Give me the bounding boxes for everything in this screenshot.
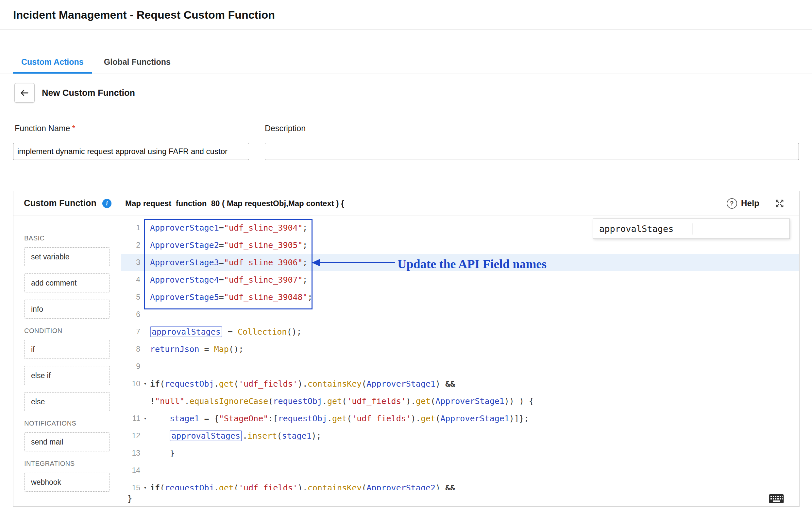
code-text: if(requestObj.get('udf_fields').contains… <box>150 375 455 393</box>
line-number: 2 <box>121 236 140 254</box>
line-number: 11 <box>121 410 140 427</box>
function-name-input[interactable] <box>13 143 249 160</box>
keyboard-icon[interactable] <box>768 493 784 504</box>
line-number: 7 <box>121 323 140 340</box>
line-number: 9 <box>121 358 140 375</box>
snippet-button-info[interactable]: info <box>24 300 110 319</box>
code-text: returnJson = Map(); <box>150 340 244 358</box>
description-label: Description <box>265 124 306 133</box>
page-title: Incident Management - Request Custom Fun… <box>13 8 275 21</box>
code-text: approvalStages = Collection(); <box>150 323 302 340</box>
gutter: 4 <box>121 271 150 288</box>
gutter: 5 <box>121 288 150 306</box>
sidebar-section-label: CONDITION <box>24 327 121 335</box>
panel-title: Custom Function <box>24 198 97 208</box>
code-line[interactable]: 2ApproverStage2="udf_sline_3905"; <box>121 236 799 254</box>
snippet-button-if[interactable]: if <box>24 340 110 359</box>
sidebar-section: BASICset variableadd commentinfo <box>24 234 121 319</box>
help-button[interactable]: Help <box>727 198 759 209</box>
closing-brace: } <box>127 493 132 503</box>
line-number: 10 <box>121 375 140 393</box>
snippet-button-set-variable[interactable]: set variable <box>24 247 110 266</box>
code-line[interactable]: 10▾if(requestObj.get('udf_fields').conta… <box>121 375 799 393</box>
code-text: ApproverStage4="udf_sline_3907"; <box>150 271 308 288</box>
code-line[interactable]: 14 <box>121 462 799 479</box>
expand-icon <box>774 198 785 209</box>
fold-caret-placeholder <box>140 271 150 288</box>
snippet-button-else-if[interactable]: else if <box>24 366 110 385</box>
info-icon[interactable] <box>102 199 112 208</box>
code-line[interactable]: 7approvalStages = Collection(); <box>121 323 799 340</box>
panel-body: BASICset variableadd commentinfoCONDITIO… <box>13 216 799 506</box>
fold-caret-placeholder <box>140 358 150 375</box>
function-name-label: Function Name* <box>15 124 75 133</box>
snippet-button-else[interactable]: else <box>24 392 110 411</box>
code-line[interactable]: 11▾ stage1 = {"StageOne":[requestObj.get… <box>121 410 799 427</box>
line-number: 1 <box>121 219 140 236</box>
fold-caret-placeholder <box>140 393 150 410</box>
snippet-button-add-comment[interactable]: add comment <box>24 274 110 292</box>
fold-caret-icon[interactable]: ▾ <box>140 410 150 427</box>
tab-global-functions[interactable]: Global Functions <box>96 50 179 74</box>
code-line[interactable]: !"null".equalsIgnoreCase(requestObj.get(… <box>121 393 799 410</box>
app-header: Incident Management - Request Custom Fun… <box>0 0 812 30</box>
autocomplete-popup[interactable]: approvalStages <box>593 219 790 239</box>
fold-caret-placeholder <box>140 288 150 306</box>
highlighted-identifier: approvalStages <box>150 327 222 337</box>
gutter: 14 <box>121 462 150 479</box>
gutter: 7 <box>121 323 150 340</box>
description-input[interactable] <box>265 143 799 160</box>
fold-caret-placeholder <box>140 236 150 254</box>
code-line[interactable]: 8returnJson = Map(); <box>121 340 799 358</box>
sidebar-section-label: INTEGRATIONS <box>24 460 121 467</box>
sidebar-section-label: NOTIFICATIONS <box>24 420 121 427</box>
code-editor[interactable]: 1ApproverStage1="udf_sline_3904";2Approv… <box>121 216 799 506</box>
gutter: 13 <box>121 445 150 462</box>
gutter: 2 <box>121 236 150 254</box>
back-button[interactable] <box>14 83 35 103</box>
tabs-divider <box>0 73 812 74</box>
code-line[interactable]: 5ApproverStage5="udf_sline_39048"; <box>121 288 799 306</box>
fold-caret-placeholder <box>140 427 150 445</box>
custom-function-panel: Custom Function Map request_function_80 … <box>13 191 800 507</box>
gutter: 1 <box>121 219 150 236</box>
tab-custom-actions[interactable]: Custom Actions <box>13 50 92 74</box>
gutter: 9 <box>121 358 150 375</box>
panel-header: Custom Function Map request_function_80 … <box>13 191 799 216</box>
function-signature: Map request_function_80 ( Map requestObj… <box>125 199 344 208</box>
code-line[interactable]: 12 approvalStages.insert(stage1); <box>121 427 799 445</box>
fold-caret-placeholder <box>140 219 150 236</box>
line-number: 14 <box>121 462 140 479</box>
line-number: 3 <box>121 254 140 271</box>
snippet-button-webhook[interactable]: webhook <box>24 473 110 492</box>
highlighted-identifier: approvalStages <box>170 431 242 441</box>
fold-caret-placeholder <box>140 340 150 358</box>
code-line[interactable]: 3ApproverStage3="udf_sline_3906"; <box>121 254 799 271</box>
sidebar-section: NOTIFICATIONSsend mail <box>24 420 121 451</box>
line-number <box>121 393 140 410</box>
gutter: 3 <box>121 254 150 271</box>
fold-caret-placeholder <box>140 254 150 271</box>
gutter: 10▾ <box>121 375 150 393</box>
code-text: ApproverStage1="udf_sline_3904"; <box>150 219 308 236</box>
code-line[interactable]: 13 } <box>121 445 799 462</box>
code-text: ApproverStage5="udf_sline_39048"; <box>150 288 313 306</box>
gutter: 11▾ <box>121 410 150 427</box>
line-number: 8 <box>121 340 140 358</box>
code-text: !"null".equalsIgnoreCase(requestObj.get(… <box>150 393 534 410</box>
snippet-sidebar: BASICset variableadd commentinfoCONDITIO… <box>13 216 121 506</box>
sidebar-section: CONDITIONifelse ifelse <box>24 327 121 411</box>
fullscreen-button[interactable] <box>774 198 785 209</box>
line-number: 12 <box>121 427 140 445</box>
tab-bar: Custom Actions Global Functions <box>13 50 183 74</box>
snippet-button-send-mail[interactable]: send mail <box>24 433 110 451</box>
code-line[interactable]: 9 <box>121 358 799 375</box>
required-asterisk: * <box>72 124 75 133</box>
code-line[interactable]: 4ApproverStage4="udf_sline_3907"; <box>121 271 799 288</box>
gutter: 8 <box>121 340 150 358</box>
text-cursor <box>692 223 692 234</box>
code-text: } <box>150 445 175 462</box>
fold-caret-placeholder <box>140 323 150 340</box>
code-line[interactable]: 6 <box>121 306 799 323</box>
fold-caret-icon[interactable]: ▾ <box>140 375 150 393</box>
